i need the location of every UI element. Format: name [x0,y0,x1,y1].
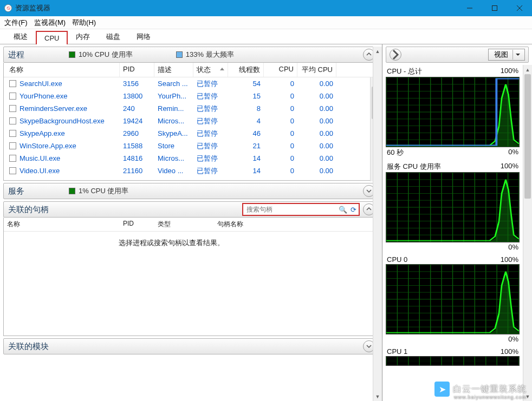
row-checkbox[interactable] [9,142,16,149]
close-button[interactable] [507,0,532,16]
svg-rect-1 [492,6,497,11]
menu-file[interactable]: 文件(F) [4,18,28,28]
hcol-pid[interactable]: PID [120,218,154,231]
watermark-icon: ➤ [434,382,450,397]
tab-disk[interactable]: 磁盘 [98,29,128,44]
graph-title: CPU 0 [387,255,407,264]
col-status[interactable]: 状态 [193,63,228,77]
handles-search-input[interactable] [244,206,336,213]
refresh-icon[interactable]: ⟳ [351,206,356,214]
max-freq-meter: 133% 最大频率 [176,50,234,60]
graph-min: 0% [508,243,518,251]
graph-max: 100% [501,67,518,76]
graph-title: CPU 1 [387,347,407,356]
processes-table-body[interactable]: SearchUI.exe3156Search ...已暂停5400.00Your… [4,77,379,181]
col-avg[interactable]: 平均 CPU [297,63,336,77]
services-header[interactable]: 服务 1% CPU 使用率 [3,183,380,199]
graph-min: 0% [508,335,518,343]
tab-network[interactable]: 网络 [128,29,159,44]
titlebar: ⦸ 资源监视器 [0,0,532,16]
table-row[interactable]: Music.UI.exe14816Micros...已暂停1400.00 [4,152,379,165]
row-checkbox[interactable] [9,117,16,124]
processes-title: 进程 [8,50,62,60]
app-title: 资源监视器 [15,3,457,13]
view-dropdown[interactable]: 视图 [488,49,525,61]
graphs-container: CPU - 总计100%60 秒0%服务 CPU 使用率100%0%CPU 01… [386,66,529,366]
row-checkbox[interactable] [9,167,16,174]
menu-help[interactable]: 帮助(H) [72,18,96,28]
tabs: 概述 CPU 内存 磁盘 网络 [0,29,532,44]
graph-nav-icon[interactable] [390,49,401,61]
row-checkbox[interactable] [9,93,16,100]
services-cpu-meter: 1% CPU 使用率 [69,186,128,196]
graph-title: CPU - 总计 [387,67,422,76]
hcol-handle[interactable]: 句柄名称 [214,218,322,231]
modules-header[interactable]: 关联的模块 [3,338,380,354]
left-pane: 进程 10% CPU 使用率 133% 最大频率 名称 PID 描述 状态 线程… [0,44,382,401]
graph-max: 100% [501,255,518,264]
graph-plot [386,172,520,242]
row-checkbox[interactable] [9,130,16,137]
handles-title: 关联的句柄 [8,205,49,215]
row-checkbox[interactable] [9,105,16,112]
cpu-usage-meter: 10% CPU 使用率 [69,50,133,60]
handles-empty-msg: 选择进程或搜索句柄以查看结果。 [10,238,373,248]
table-row[interactable]: RemindersServer.exe240Remin...已暂停800.00 [4,102,379,115]
graph-card: CPU 0100%0% [386,255,520,344]
table-row[interactable]: Video.UI.exe21160Video ...已暂停1400.00 [4,165,379,177]
watermark: ➤ 白云一键重装系统 www.baiyunwwwxitong.com [434,382,527,397]
graph-plot [386,264,520,334]
col-pid[interactable]: PID [120,63,154,77]
menu-monitor[interactable]: 监视器(M) [34,18,66,28]
handles-table: 名称 PID 类型 句柄名称 选择进程或搜索句柄以查看结果。 [3,218,380,336]
table-row[interactable]: SkypeBackgroundHost.exe19424Micros...已暂停… [4,115,379,127]
col-name[interactable]: 名称 [4,63,120,77]
graph-plot [386,77,520,147]
graph-max: 100% [501,162,518,172]
col-cpu[interactable]: CPU [264,63,297,77]
graph-min: 0% [508,148,518,157]
right-pane-scrollbar[interactable]: ▲ ▼ [523,65,532,401]
right-pane: 视图 CPU - 总计100%60 秒0%服务 CPU 使用率100%0%CPU… [382,44,532,401]
graph-card: CPU 1100% [386,347,520,366]
tab-overview[interactable]: 概述 [5,29,36,44]
col-threads[interactable]: 线程数 [228,63,264,77]
handles-body: 选择进程或搜索句柄以查看结果。 [4,232,379,336]
processes-table-header: 名称 PID 描述 状态 线程数 CPU 平均 CPU [4,63,379,77]
modules-title: 关联的模块 [8,341,62,352]
handles-header[interactable]: 关联的句柄 🔍 ⟳ [3,201,380,218]
table-row[interactable]: SkypeApp.exe2960SkypeA...已暂停4600.00 [4,127,379,140]
handles-table-header: 名称 PID 类型 句柄名称 [4,218,379,232]
table-row[interactable]: YourPhone.exe13800YourPh...已暂停1500.00 [4,90,379,102]
processes-table: 名称 PID 描述 状态 线程数 CPU 平均 CPU SearchUI.exe… [3,63,380,181]
handles-search-wrap: 🔍 ⟳ [242,203,360,216]
minimize-button[interactable] [457,0,482,16]
processes-header[interactable]: 进程 10% CPU 使用率 133% 最大频率 [3,47,380,63]
view-bar: 视图 [386,47,529,63]
chevron-down-icon [512,50,522,60]
tab-memory[interactable]: 内存 [68,29,98,44]
graph-title: 服务 CPU 使用率 [387,162,441,172]
hcol-name[interactable]: 名称 [4,218,120,231]
table-row[interactable]: WinStore.App.exe11588Store已暂停2100.00 [4,140,379,152]
graph-card: 服务 CPU 使用率100%0% [386,161,520,252]
services-title: 服务 [8,186,62,196]
watermark-sub: www.baiyunwwwxitong.com [454,395,527,400]
app-icon: ⦸ [4,4,12,12]
col-desc[interactable]: 描述 [154,63,193,77]
left-pane-scrollbar[interactable]: ▲ ▼ [373,47,382,401]
graph-max: 100% [501,347,518,356]
view-label: 视图 [494,50,508,60]
menubar: 文件(F) 监视器(M) 帮助(H) [0,16,532,29]
watermark-text: 白云一键重装系统 [453,384,527,395]
row-checkbox[interactable] [9,80,16,87]
tab-cpu[interactable]: CPU [36,31,68,44]
graph-xaxis: 60 秒 [387,148,404,157]
table-row[interactable]: SearchUI.exe3156Search ...已暂停5400.00 [4,77,379,90]
graph-plot [386,356,520,366]
search-icon[interactable]: 🔍 [339,206,347,214]
maximize-button[interactable] [482,0,507,16]
row-checkbox[interactable] [9,155,16,162]
hcol-type[interactable]: 类型 [154,218,214,231]
graph-card: CPU - 总计100%60 秒0% [386,66,520,158]
